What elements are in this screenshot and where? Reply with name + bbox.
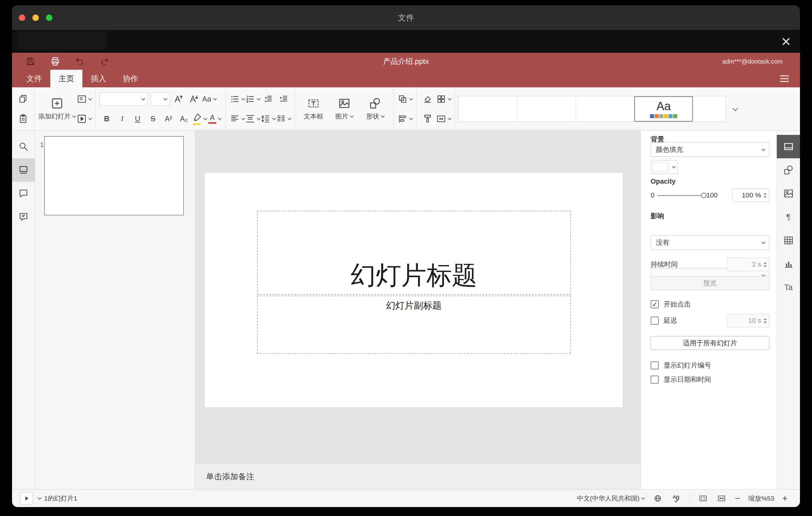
- increase-font-size-button[interactable]: [171, 90, 186, 108]
- delay-input[interactable]: 10 s: [727, 314, 770, 327]
- insert-shape-button[interactable]: 形状: [360, 91, 390, 127]
- redo-icon[interactable]: [99, 56, 110, 67]
- textart-settings-tab[interactable]: Ta: [777, 276, 800, 299]
- hamburger-menu-icon[interactable]: [780, 75, 789, 82]
- start-slideshow-status-button[interactable]: [20, 492, 33, 505]
- paste-button[interactable]: [16, 110, 31, 127]
- slide-editor[interactable]: 幻灯片标题 幻灯片副标题: [205, 173, 623, 407]
- tab-insert[interactable]: 插入: [82, 70, 114, 87]
- document-language-button[interactable]: [652, 493, 663, 504]
- align-shapes-button[interactable]: [398, 110, 412, 127]
- spellcheck-button[interactable]: [671, 493, 682, 504]
- font-color-button[interactable]: A: [207, 110, 222, 127]
- line-spacing-button[interactable]: [261, 110, 276, 127]
- effect-select[interactable]: 没有: [651, 235, 770, 250]
- search-button[interactable]: [12, 135, 35, 158]
- opacity-input[interactable]: 100 %: [732, 189, 770, 202]
- color-scheme-button[interactable]: [436, 90, 451, 108]
- bold-button[interactable]: B: [99, 110, 114, 127]
- theme-option-1[interactable]: [459, 96, 517, 122]
- decrease-font-size-button[interactable]: [186, 90, 201, 108]
- numbered-list-button[interactable]: [245, 90, 260, 108]
- fit-slide-button[interactable]: [698, 493, 708, 504]
- slides-panel-button[interactable]: [12, 158, 35, 182]
- spin-up-icon[interactable]: [763, 193, 767, 195]
- spin-down-icon[interactable]: [763, 265, 767, 267]
- preview-button[interactable]: 预览: [651, 276, 770, 290]
- comments-button[interactable]: [12, 182, 35, 205]
- undo-icon[interactable]: [74, 56, 85, 67]
- notes-area[interactable]: 单击添加备注: [195, 464, 640, 489]
- shape-settings-tab[interactable]: [777, 158, 800, 182]
- theme-gallery-expand-button[interactable]: [726, 107, 745, 111]
- increase-indent-button[interactable]: [276, 90, 291, 108]
- theme-option-2[interactable]: [517, 96, 576, 122]
- checkbox-icon[interactable]: [651, 317, 659, 325]
- show-slide-number-checkbox[interactable]: 显示幻灯片编号: [651, 361, 770, 370]
- checkbox-icon[interactable]: [651, 300, 659, 308]
- strikeout-button[interactable]: S: [146, 110, 161, 127]
- close-traffic-light[interactable]: [19, 15, 25, 21]
- subscript-button[interactable]: A₂: [176, 110, 191, 127]
- zoom-out-button[interactable]: −: [735, 494, 741, 503]
- checkbox-icon[interactable]: [651, 376, 659, 383]
- show-date-time-checkbox[interactable]: 显示日期和时间: [651, 375, 770, 384]
- opacity-slider[interactable]: [658, 193, 704, 198]
- language-selector[interactable]: 中文(中华人民共和国): [577, 494, 644, 503]
- spin-up-icon[interactable]: [763, 318, 767, 320]
- tab-collaboration[interactable]: 协作: [114, 70, 147, 87]
- close-icon[interactable]: ×: [781, 33, 791, 49]
- tab-home[interactable]: 主页: [50, 70, 82, 87]
- clear-style-button[interactable]: [420, 90, 435, 108]
- start-slideshow-button[interactable]: [77, 110, 92, 127]
- font-size-combo[interactable]: [150, 92, 170, 106]
- horizontal-align-button[interactable]: [230, 110, 245, 127]
- paragraph-settings-tab[interactable]: ¶: [777, 205, 800, 229]
- spin-up-icon[interactable]: [763, 262, 767, 264]
- chat-button[interactable]: [12, 205, 35, 229]
- minimize-traffic-light[interactable]: [32, 15, 39, 21]
- background-color-picker[interactable]: [651, 160, 678, 174]
- superscript-button[interactable]: A²: [161, 110, 176, 127]
- spin-down-icon[interactable]: [763, 322, 767, 323]
- theme-option-selected[interactable]: Aa: [634, 96, 693, 122]
- image-settings-tab[interactable]: [777, 182, 800, 205]
- tab-file[interactable]: 文件: [18, 70, 50, 87]
- slide-thumbnail-1[interactable]: [44, 136, 184, 216]
- font-name-combo[interactable]: [99, 92, 148, 106]
- opacity-slider-knob[interactable]: [701, 193, 706, 198]
- delay-checkbox[interactable]: 延迟: [651, 316, 677, 325]
- duration-input[interactable]: 2 s: [727, 258, 770, 271]
- fit-width-button[interactable]: [716, 493, 727, 504]
- underline-button[interactable]: U: [130, 110, 145, 127]
- highlight-color-button[interactable]: [192, 110, 207, 127]
- chart-settings-tab[interactable]: [777, 252, 800, 276]
- insert-textbox-button[interactable]: 文本框: [299, 91, 328, 127]
- bullet-list-button[interactable]: [230, 90, 245, 108]
- add-slide-button[interactable]: 添加幻灯片: [38, 91, 76, 127]
- apply-to-all-slides-button[interactable]: 适用于所有幻灯片: [651, 336, 770, 350]
- checkbox-icon[interactable]: [651, 362, 659, 369]
- change-case-button[interactable]: Aa: [202, 90, 216, 108]
- italic-button[interactable]: I: [115, 110, 129, 127]
- columns-button[interactable]: [276, 110, 291, 127]
- start-on-click-checkbox[interactable]: 开始点击: [651, 300, 770, 309]
- background-fill-select[interactable]: 颜色填充: [651, 142, 770, 157]
- print-icon[interactable]: [50, 56, 61, 67]
- slide-settings-tab[interactable]: [777, 135, 800, 158]
- title-placeholder[interactable]: 幻灯片标题: [257, 211, 571, 295]
- spin-down-icon[interactable]: [763, 196, 767, 198]
- save-icon[interactable]: [25, 56, 36, 67]
- subtitle-placeholder[interactable]: 幻灯片副标题: [257, 296, 571, 354]
- zoom-in-button[interactable]: +: [782, 494, 788, 503]
- theme-option-3[interactable]: [576, 96, 634, 122]
- table-settings-tab[interactable]: [777, 229, 800, 252]
- fullscreen-traffic-light[interactable]: [46, 15, 53, 21]
- arrange-shapes-button[interactable]: [398, 90, 412, 108]
- decrease-indent-button[interactable]: [261, 90, 276, 108]
- slide-layout-button[interactable]: [77, 90, 92, 108]
- insert-image-button[interactable]: 图片: [329, 91, 359, 127]
- chevron-down-icon[interactable]: [38, 496, 42, 500]
- vertical-align-button[interactable]: [245, 110, 260, 127]
- copy-style-button[interactable]: [420, 110, 435, 127]
